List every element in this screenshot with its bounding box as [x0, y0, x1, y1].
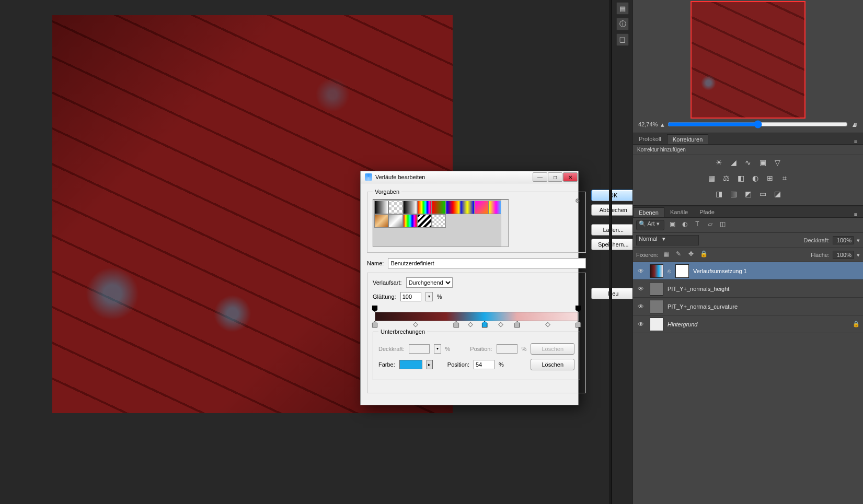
layer-row[interactable]: 👁Hintergrund🔒 — [633, 315, 863, 333]
visibility-toggle-icon[interactable]: 👁 — [636, 267, 646, 275]
color-stop[interactable] — [514, 321, 520, 327]
presets-menu-icon[interactable] — [575, 197, 583, 204]
preset-swatch[interactable] — [403, 214, 417, 228]
midpoint-diamond[interactable] — [498, 322, 503, 327]
lock-transparency-icon[interactable]: ▦ — [661, 250, 671, 260]
levels-icon[interactable]: ◢ — [728, 158, 739, 168]
gradient-preview[interactable] — [375, 312, 578, 321]
layer-thumbnail[interactable] — [650, 282, 663, 296]
tab-protokoll[interactable]: Protokoll — [633, 134, 667, 144]
smoothness-dropdown[interactable]: ▾ — [425, 292, 433, 301]
selective-color-icon[interactable]: ◪ — [772, 190, 783, 199]
brightness-icon[interactable]: ☀ — [714, 158, 724, 168]
delete-color-stop-button[interactable]: Löschen — [531, 359, 574, 370]
dialog-titlebar[interactable]: Verläufe bearbeiten — □ ✕ — [361, 171, 578, 183]
save-button[interactable]: Speichern... — [591, 239, 635, 250]
filter-adjust-icon[interactable]: ◐ — [680, 220, 689, 230]
visibility-toggle-icon[interactable]: 👁 — [636, 321, 646, 328]
stop-color-swatch[interactable] — [399, 360, 422, 369]
color-stop[interactable] — [372, 321, 378, 327]
layer-row[interactable]: 👁PIT_Y+_normals_curvature — [633, 298, 863, 315]
window-maximize-button[interactable]: □ — [548, 172, 562, 182]
midpoint-diamond[interactable] — [468, 322, 473, 327]
gradient-name-input[interactable] — [388, 258, 586, 268]
midpoint-diamond[interactable] — [413, 322, 418, 327]
navigator-thumbnail[interactable] — [691, 1, 806, 119]
preset-swatch[interactable] — [446, 201, 460, 214]
vibrance-icon[interactable]: ▽ — [772, 158, 783, 168]
info-panel-icon[interactable]: ⓘ — [616, 18, 629, 30]
layer-row[interactable]: 👁⎋Verlaufsumsetzung 1 — [633, 262, 863, 280]
filter-shape-icon[interactable]: ▱ — [705, 220, 715, 230]
color-stop[interactable] — [482, 321, 488, 327]
balance-icon[interactable]: ⚖ — [721, 174, 731, 183]
threshold-icon[interactable]: ◩ — [743, 190, 753, 199]
tab-korrekturen[interactable]: Korrekturen — [667, 134, 708, 144]
window-close-button[interactable]: ✕ — [563, 172, 578, 182]
zoom-out-icon[interactable]: ▴ — [661, 121, 664, 128]
preset-swatch[interactable] — [388, 201, 402, 214]
adjustments-menu-icon[interactable]: ≡ — [852, 138, 860, 144]
layer-row[interactable]: 👁PIT_Y+_normals_height — [633, 280, 863, 298]
layers-menu-icon[interactable]: ≡ — [852, 211, 860, 217]
color-stop[interactable] — [576, 321, 581, 327]
filter-pixel-icon[interactable]: ▣ — [668, 220, 677, 230]
layer-opacity-value[interactable]: 100% — [833, 236, 854, 244]
presets-scrollbar[interactable] — [501, 200, 508, 247]
layer-thumbnail[interactable] — [650, 318, 663, 331]
lock-position-icon[interactable]: ✥ — [686, 250, 696, 260]
visibility-toggle-icon[interactable]: 👁 — [636, 303, 646, 310]
histogram-panel-icon[interactable]: ▤ — [616, 2, 629, 15]
gradient-type-select[interactable]: Durchgehend — [406, 277, 453, 288]
hue-icon[interactable]: ▦ — [706, 174, 717, 183]
preset-swatch[interactable] — [432, 214, 446, 228]
presets-list[interactable] — [373, 199, 509, 247]
preset-swatch[interactable] — [475, 201, 489, 214]
preset-swatch[interactable] — [460, 201, 474, 214]
gradient-bar[interactable] — [373, 306, 580, 327]
tab-kanaele[interactable]: Kanäle — [664, 207, 694, 217]
exposure-icon[interactable]: ▣ — [757, 158, 768, 168]
channel-mixer-icon[interactable]: ⊞ — [765, 174, 775, 183]
gradient-map-icon[interactable]: ▭ — [757, 190, 768, 199]
midpoint-diamond[interactable] — [545, 322, 550, 327]
load-button[interactable]: Laden... — [591, 224, 635, 236]
fill-value[interactable]: 100% — [833, 251, 854, 259]
color-stop[interactable] — [453, 321, 459, 327]
preset-swatch[interactable] — [432, 201, 446, 214]
posterize-icon[interactable]: ▥ — [728, 190, 739, 199]
dock-divider[interactable] — [609, 0, 612, 504]
cancel-button[interactable]: Abbrechen — [591, 204, 635, 216]
new-button[interactable]: Neu — [591, 288, 635, 299]
layer-mask[interactable] — [675, 264, 689, 278]
lut-icon[interactable]: ⌗ — [779, 174, 790, 183]
tab-pfade[interactable]: Pfade — [694, 207, 720, 217]
curves-icon[interactable]: ∿ — [743, 158, 753, 168]
opacity-stop[interactable] — [576, 306, 581, 312]
window-minimize-button[interactable]: — — [533, 172, 547, 182]
stop-color-position-input[interactable] — [474, 360, 494, 369]
bw-icon[interactable]: ◧ — [735, 174, 746, 183]
zoom-slider[interactable] — [668, 120, 848, 128]
blend-mode-select[interactable]: Normal ▾ — [636, 235, 699, 245]
layer-thumbnail[interactable] — [650, 264, 663, 278]
preset-swatch[interactable] — [417, 201, 431, 214]
ok-button[interactable]: OK — [591, 190, 635, 201]
stop-color-picker-button[interactable]: ▸ — [427, 360, 433, 369]
visibility-toggle-icon[interactable]: 👁 — [636, 285, 646, 292]
color-panel-icon[interactable]: ❏ — [616, 33, 629, 46]
layer-filter-select[interactable]: 🔍 Art ▾ — [636, 220, 664, 230]
preset-swatch[interactable] — [374, 214, 388, 228]
preset-swatch[interactable] — [417, 214, 431, 228]
lock-all-icon[interactable]: 🔒 — [699, 250, 708, 260]
filter-smart-icon[interactable]: ◫ — [718, 220, 727, 230]
invert-icon[interactable]: ◨ — [714, 190, 724, 199]
lock-pixels-icon[interactable]: ✎ — [674, 250, 683, 260]
opacity-stop[interactable] — [372, 306, 378, 312]
navigator-menu-icon[interactable]: ≡ — [852, 121, 860, 127]
preset-swatch[interactable] — [374, 201, 388, 214]
preset-swatch[interactable] — [403, 201, 417, 214]
smoothness-input[interactable] — [400, 292, 421, 301]
filter-type-icon[interactable]: T — [693, 220, 702, 230]
tab-ebenen[interactable]: Ebenen — [633, 207, 664, 217]
